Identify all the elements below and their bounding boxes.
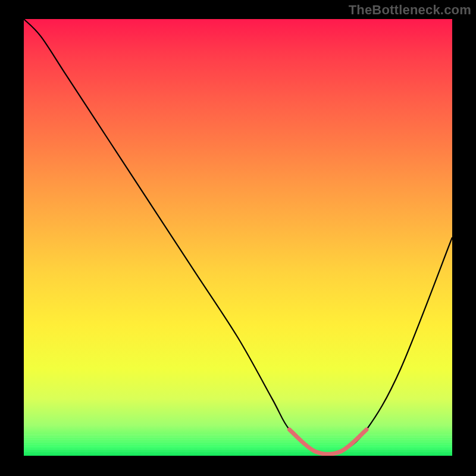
bottleneck-curve-line (24, 19, 452, 454)
watermark-text: TheBottleneck.com (349, 2, 471, 18)
bottleneck-curve-highlight (289, 430, 367, 454)
plot-area (24, 19, 452, 456)
curve-svg (24, 19, 452, 456)
chart-frame: TheBottleneck.com (0, 0, 476, 476)
